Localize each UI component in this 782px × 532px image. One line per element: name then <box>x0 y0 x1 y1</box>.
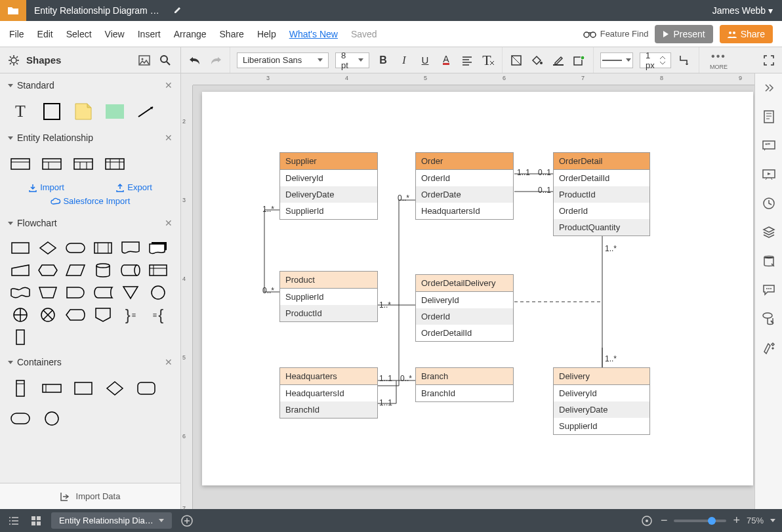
entity-product[interactable]: Product SupplierId ProductId <box>279 271 378 322</box>
er-export-link[interactable]: Export <box>115 182 152 192</box>
close-icon[interactable]: ✕ <box>165 80 173 91</box>
er-import-link[interactable]: Import <box>28 182 64 192</box>
note-shape[interactable] <box>73 102 93 121</box>
ct-diamond[interactable] <box>105 379 125 398</box>
menu-help[interactable]: Help <box>257 29 276 39</box>
entity-orderdetail[interactable]: OrderDetail OrderDetailId ProductId Orde… <box>553 152 650 236</box>
align-button[interactable] <box>460 53 474 68</box>
line-style-select[interactable] <box>600 52 633 68</box>
fc-display[interactable] <box>66 307 85 323</box>
underline-button[interactable]: U <box>418 53 432 68</box>
image-icon[interactable] <box>137 53 152 68</box>
menu-whatsnew[interactable]: What's New <box>289 29 338 39</box>
ct-rounded[interactable] <box>136 379 156 398</box>
er-shape-2[interactable] <box>42 155 62 173</box>
fc-internal[interactable] <box>148 262 168 278</box>
menu-select[interactable]: Select <box>66 29 92 39</box>
page-settings-icon[interactable] <box>761 109 777 125</box>
entity-supplier[interactable]: Supplier DeliveryId DeliveryDate Supplie… <box>279 152 378 220</box>
hotspot-shape[interactable] <box>105 102 125 121</box>
fc-or[interactable] <box>10 307 30 323</box>
fc-manualinput[interactable] <box>10 262 30 278</box>
menu-arrange[interactable]: Arrange <box>174 29 207 39</box>
fc-predef[interactable] <box>93 240 113 256</box>
entity-branch[interactable]: Branch BranchId <box>415 367 514 402</box>
fc-delay[interactable] <box>66 285 85 300</box>
er-shape-3[interactable] <box>73 155 93 173</box>
zoom-slider[interactable] <box>674 520 726 522</box>
presentation-icon[interactable] <box>761 167 777 182</box>
add-page-button[interactable] <box>180 514 194 528</box>
entity-order[interactable]: Order OrderId OrderDate HeadquartersId <box>415 152 514 220</box>
menu-edit[interactable]: Edit <box>37 29 53 39</box>
text-color-button[interactable]: A <box>439 53 453 68</box>
fc-merge[interactable] <box>121 285 140 300</box>
fill-color-button[interactable] <box>530 53 545 68</box>
italic-button[interactable]: I <box>397 53 411 68</box>
fc-document[interactable] <box>121 240 140 256</box>
collapse-rail-button[interactable] <box>761 80 777 96</box>
close-icon[interactable]: ✕ <box>165 133 173 143</box>
fc-note[interactable]: ≡{ <box>148 307 168 323</box>
menu-view[interactable]: View <box>105 29 125 39</box>
bold-button[interactable]: B <box>376 53 390 68</box>
ct-swimlane-v[interactable] <box>10 379 30 398</box>
fc-manualop[interactable] <box>38 285 58 300</box>
history-icon[interactable] <box>761 195 777 211</box>
present-button[interactable]: Present <box>655 25 712 43</box>
target-icon[interactable] <box>640 514 654 528</box>
search-icon[interactable] <box>158 53 173 68</box>
fc-brace-right[interactable]: }≡ <box>121 307 140 323</box>
fc-database[interactable] <box>93 262 113 278</box>
fc-storeddata[interactable] <box>93 285 113 300</box>
shape-options-button[interactable] <box>572 53 586 68</box>
fc-offpage[interactable] <box>93 307 113 323</box>
er-shape-4[interactable] <box>105 155 125 173</box>
close-icon[interactable]: ✕ <box>165 357 173 367</box>
canvas-area[interactable]: 3 4 5 6 7 8 9 2 3 4 5 6 7 <box>181 73 754 509</box>
entity-orderdetaildelivery[interactable]: OrderDetailDelivery DeliveryId OrderId O… <box>415 274 514 342</box>
ct-circle[interactable] <box>42 409 62 428</box>
fullscreen-button[interactable] <box>756 47 782 73</box>
diagram-page[interactable]: 1..* 0..* 0..* 1..1 0..1 0..1 1..* 1..1 … <box>202 92 753 485</box>
chat-icon[interactable] <box>761 282 777 298</box>
menu-insert[interactable]: Insert <box>138 29 161 39</box>
fc-data[interactable] <box>66 262 85 278</box>
fc-multidoc[interactable] <box>148 240 168 256</box>
themes-icon[interactable] <box>761 340 777 356</box>
layers-icon[interactable] <box>761 224 777 240</box>
line-route-button[interactable] <box>678 53 692 68</box>
ct-rect[interactable] <box>73 379 93 398</box>
fc-terminator[interactable] <box>66 240 85 256</box>
redo-button[interactable] <box>209 53 223 68</box>
shape-fill-button[interactable] <box>509 53 524 68</box>
outline-view-icon[interactable] <box>7 514 21 528</box>
zoom-level[interactable]: 75% <box>747 516 764 525</box>
block-shape[interactable] <box>42 102 62 121</box>
page-tab[interactable]: Entity Relationship Dia… <box>51 512 172 529</box>
fc-connector[interactable] <box>148 285 168 300</box>
fc-papertape[interactable] <box>10 285 30 300</box>
close-icon[interactable]: ✕ <box>165 218 173 228</box>
clear-format-button[interactable]: T <box>481 53 495 68</box>
section-er[interactable]: Entity Relationship ✕ <box>0 126 180 150</box>
menu-share[interactable]: Share <box>220 29 244 39</box>
import-data-button[interactable]: Import Data <box>0 483 180 509</box>
arrow-shape[interactable] <box>136 102 156 121</box>
font-size-select[interactable]: 8 pt <box>335 52 369 68</box>
section-containers[interactable]: Containers ✕ <box>0 350 180 374</box>
folder-icon[interactable] <box>0 0 26 21</box>
zoom-in-button[interactable]: + <box>733 514 740 527</box>
text-shape[interactable]: T <box>10 102 30 121</box>
share-button[interactable]: Share <box>720 25 773 43</box>
ct-swimlane-h[interactable] <box>42 379 62 398</box>
document-title[interactable]: Entity Relationship Diagram Exa… <box>26 5 171 16</box>
ct-pill[interactable] <box>10 409 30 428</box>
fc-directdata[interactable] <box>121 262 140 278</box>
gear-icon[interactable] <box>8 54 20 66</box>
fc-decision[interactable] <box>38 240 58 256</box>
fc-sum[interactable] <box>38 307 58 323</box>
fc-preparation[interactable] <box>38 262 58 278</box>
entity-delivery[interactable]: Delivery DeliveryId DeliveryDate Supplie… <box>553 367 650 435</box>
border-color-button[interactable] <box>551 53 566 68</box>
